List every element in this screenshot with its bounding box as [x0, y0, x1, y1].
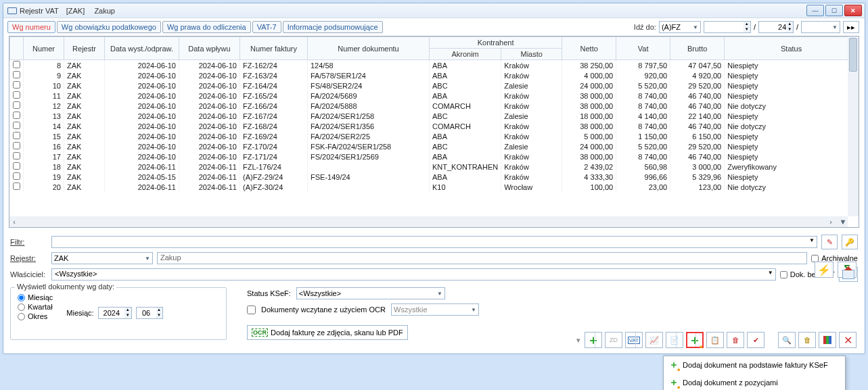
year-input[interactable]: ▲▼	[98, 307, 132, 319]
ksef-select[interactable]: <Wszystkie>▼	[296, 287, 445, 299]
bezvat-checkbox[interactable]	[780, 271, 787, 278]
row-checkbox[interactable]	[13, 162, 20, 170]
note-button[interactable]: 📋	[706, 332, 724, 348]
row-checkbox[interactable]	[13, 61, 20, 68]
vat-button[interactable]: VAT	[625, 332, 643, 348]
goto-select-1[interactable]: (A)FZ▼	[659, 21, 701, 33]
tab-vat7[interactable]: VAT-7	[252, 21, 281, 33]
doc-button[interactable]: 📄	[666, 332, 683, 348]
table-row[interactable]: 9ZAK 2024-06-102024-06-10 FZ-163/24FA/57…	[10, 70, 859, 80]
row-checkbox[interactable]	[13, 112, 20, 119]
table-row[interactable]: 10ZAK 2024-06-102024-06-10 FZ-164/24FS/4…	[10, 80, 859, 91]
plus-special-icon: ＋	[669, 376, 679, 389]
goto-go-button[interactable]: ▸▸	[843, 21, 859, 33]
row-checkbox[interactable]	[13, 122, 20, 129]
ocr-add-button[interactable]: OCR Dodaj fakturę ze zdjęcia, skanu lub …	[247, 325, 408, 340]
goto-panel: Idź do: (A)FZ▼ ▲▼ / ▲▼ / ▼ ▸▸	[634, 21, 859, 33]
row-checkbox[interactable]	[13, 142, 20, 149]
ocr-icon: OCR	[252, 328, 268, 337]
archiwalne-checkbox[interactable]	[811, 255, 819, 262]
filter-edit-button[interactable]: ✎	[821, 235, 838, 249]
menu-add-pozycjami[interactable]: ＋Dodaj dokument z pozycjami	[664, 374, 845, 390]
col-rejestr[interactable]: Rejestr	[64, 37, 105, 60]
trash-button[interactable]: 🗑	[798, 332, 816, 348]
table-row[interactable]: 15ZAK 2024-06-102024-06-10 FZ-169/24FA/2…	[10, 131, 859, 141]
row-checkbox[interactable]	[13, 71, 20, 78]
tab-odliczenia[interactable]: Wg prawa do odliczenia	[162, 21, 251, 33]
plus-icon: ＋	[587, 332, 599, 348]
close-button[interactable]: ✕	[844, 5, 862, 16]
titlebar: Rejestr VAT [ZAK] Zakup — ☐ ✕	[3, 3, 865, 18]
bolt-button[interactable]: ⚡	[815, 262, 833, 278]
ocr-checkbox[interactable]	[247, 306, 256, 314]
table-row[interactable]: 11ZAK 2024-06-102024-06-10 FZ-165/24FA/2…	[10, 91, 859, 101]
minimize-button[interactable]: —	[806, 5, 824, 16]
maximize-button[interactable]: ☐	[825, 5, 843, 16]
col-vat[interactable]: Vat	[616, 37, 670, 60]
table-row[interactable]: 14ZAK 2024-06-102024-06-10 FZ-168/24FA/2…	[10, 121, 859, 131]
table-row[interactable]: 17ZAK 2024-06-102024-06-10 FZ-171/24FS/2…	[10, 151, 859, 162]
filter-input[interactable]: ▼	[51, 236, 817, 248]
scrollbar-horizontal[interactable]: ‹›▼	[9, 216, 848, 227]
key-icon: 🔑	[845, 238, 854, 247]
cancel-button[interactable]: ✕	[839, 332, 856, 348]
col-kontrahent[interactable]: Kontrahent	[430, 37, 562, 49]
col-status[interactable]: Status	[725, 37, 859, 60]
table-row[interactable]: 18ZAK 2024-06-112024-06-11 FZL-176/24 KN…	[10, 162, 859, 172]
add-special-button[interactable]: ＋	[686, 332, 704, 348]
ocr-select[interactable]: Wszystkie▼	[391, 303, 479, 316]
bin-icon: 🗑	[732, 336, 739, 344]
tab-wg-numeru[interactable]: Wg numeru	[7, 21, 55, 33]
table-row[interactable]: 13ZAK 2024-06-102024-06-10 FZ-167/24FA/2…	[10, 111, 859, 121]
tab-podsumowujace[interactable]: Informacje podsumowujące	[283, 21, 383, 33]
col-miasto[interactable]: Miasto	[501, 49, 562, 60]
goto-select-2[interactable]: ▼	[801, 21, 840, 33]
date-legend: Wyświetl dokumenty wg daty:	[15, 283, 116, 291]
row-checkbox[interactable]	[13, 152, 20, 160]
row-checkbox[interactable]	[13, 172, 20, 180]
rejestr-select[interactable]: ZAK▼	[51, 252, 153, 264]
table-row[interactable]: 16ZAK 2024-06-102024-06-10 FZ-170/24FSK-…	[10, 141, 859, 151]
row-checkbox[interactable]	[13, 81, 20, 89]
filter-label: Filtr:	[10, 238, 47, 246]
month-input[interactable]: ▲▼	[136, 307, 163, 319]
zd-button[interactable]: ZD	[605, 332, 622, 348]
col-netto[interactable]: Netto	[562, 37, 616, 60]
lens-button[interactable]: 🔍	[778, 332, 796, 348]
col-data-wplywu[interactable]: Data wpływu	[179, 37, 240, 60]
col-numer-faktury[interactable]: Numer faktury	[240, 37, 308, 60]
chart-button[interactable]: 📈	[645, 332, 663, 348]
bars-button[interactable]	[819, 332, 836, 348]
table-row[interactable]: 20ZAK 2024-06-112024-06-11 (A)FZ-30/24 K…	[10, 182, 859, 192]
col-numer[interactable]: Numer	[24, 37, 64, 60]
row-checkbox[interactable]	[13, 101, 20, 109]
goto-spin-2[interactable]: ▲▼	[758, 21, 794, 33]
filter-key-button[interactable]: 🔑	[842, 235, 858, 249]
wlasciciel-select[interactable]: <Wszystkie>▼	[51, 268, 776, 281]
check-button[interactable]: ✔	[747, 332, 764, 348]
scrollbar-vertical[interactable]	[848, 36, 859, 216]
tab-obowiazku[interactable]: Wg obowiązku podatkowego	[57, 21, 161, 33]
row-checkbox[interactable]	[13, 182, 20, 190]
menu-add-ksef[interactable]: ＋Dodaj dokument na podstawie faktury KSe…	[664, 356, 845, 374]
miesiac-label: Miesiąc:	[66, 309, 93, 317]
col-brutto[interactable]: Brutto	[670, 37, 725, 60]
table-row[interactable]: 12ZAK 2024-06-102024-06-10 FZ-166/24FA/2…	[10, 101, 859, 111]
rejestr-label: Rejestr:	[10, 254, 47, 262]
add-button[interactable]: ＋	[585, 332, 602, 348]
radio-okres[interactable]	[18, 313, 25, 320]
row-checkbox[interactable]	[13, 132, 20, 139]
data-grid: Numer Rejestr Data wyst./odpraw. Data wp…	[9, 36, 859, 228]
row-checkbox[interactable]	[13, 91, 20, 99]
goto-spin-1[interactable]: ▲▼	[704, 21, 751, 33]
radio-kwartal[interactable]	[18, 303, 25, 311]
col-check[interactable]	[10, 37, 24, 60]
table-row[interactable]: 19ZAK 2024-05-152024-06-11 (A)FZ-29/24FS…	[10, 172, 859, 182]
plus-special-icon: ＋	[689, 332, 701, 348]
radio-miesiac[interactable]	[18, 294, 25, 301]
col-numer-dokumentu[interactable]: Numer dokumentu	[308, 37, 430, 60]
col-akronim[interactable]: Akronim	[430, 49, 501, 60]
bin-button[interactable]: 🗑	[727, 332, 744, 348]
table-row[interactable]: 8ZAK 2024-06-102024-06-10 FZ-162/24124/5…	[10, 60, 859, 71]
col-data-wyst[interactable]: Data wyst./odpraw.	[105, 37, 179, 60]
